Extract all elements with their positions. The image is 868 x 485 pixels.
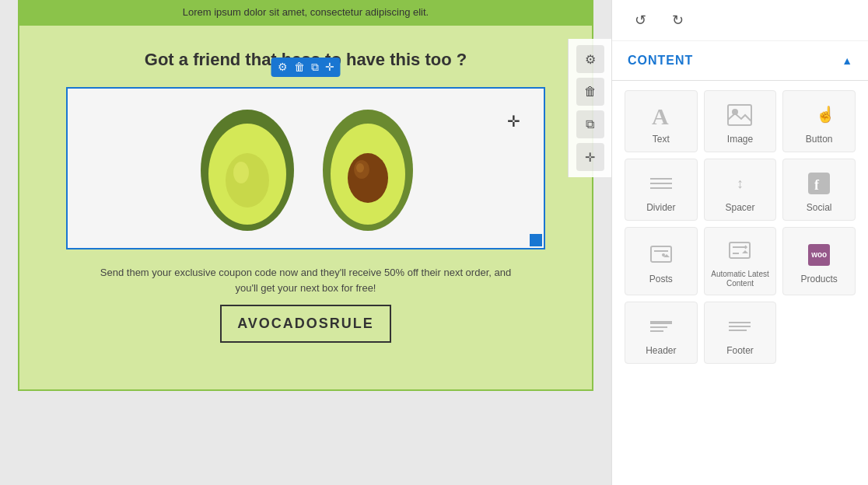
redo-button[interactable]: ↻ [665,8,690,33]
products-label: Products [800,274,837,284]
footer-label: Footer [726,345,754,356]
content-item-alc[interactable]: Automatic Latest Content [704,227,777,295]
content-grid: A Text Image ☝ Button [612,81,868,373]
spacer-block-icon: ↕ [737,169,744,197]
svg-point-2 [226,153,269,208]
svg-point-6 [348,153,388,203]
content-item-posts[interactable]: Posts [625,227,698,295]
image-block-icon [727,101,752,129]
content-item-spacer[interactable]: ↕ Spacer [704,159,777,221]
top-bar-text: Lorem ipsum dolor sit amet, consectetur … [183,6,429,18]
products-block-icon: woo [808,241,830,269]
content-item-social[interactable]: f Social [782,159,856,221]
social-label: Social [807,202,832,213]
content-item-image[interactable]: Image [704,90,777,152]
svg-rect-15 [651,246,671,262]
duplicate-toolbar-btn[interactable]: ⧉ [576,110,604,138]
svg-point-3 [233,162,249,183]
svg-text:A: A [652,103,669,129]
undo-button[interactable]: ↺ [628,8,653,33]
delete-toolbar-btn[interactable]: 🗑 [576,78,604,106]
content-item-header[interactable]: Header [625,302,698,364]
button-label: Button [806,134,833,145]
divider-label: Divider [646,202,675,213]
header-label: Header [646,345,676,356]
email-wrapper: Lorem ipsum dolor sit amet, consectetur … [18,0,593,391]
footer-block-icon [729,312,751,340]
svg-rect-18 [730,242,750,258]
settings-icon[interactable]: ⚙ [278,61,288,73]
spacer-label: Spacer [725,202,754,213]
canvas-area: Lorem ipsum dolor sit amet, consectetur … [0,0,611,485]
resize-handle[interactable] [530,234,542,246]
svg-text:f: f [814,177,820,193]
social-block-icon: f [808,169,830,197]
svg-rect-10 [728,105,751,125]
email-content-block: Got a friend that hass to have this too … [18,24,593,391]
duplicate-icon[interactable]: ⧉ [311,61,319,74]
avocado-right [317,104,418,232]
float-toolbar: ⚙ 🗑 ⧉ ✛ [568,39,611,177]
email-top-bar: Lorem ipsum dolor sit amet, consectetur … [18,0,593,24]
right-panel: ↺ ↻ CONTENT ▲ A Text Image [611,0,868,485]
text-block-icon: A [649,101,673,129]
block-toolbar: ⚙ 🗑 ⧉ ✛ [271,58,341,77]
avocado-left [193,104,302,232]
image-block[interactable]: ✛ [66,87,545,249]
panel-collapse-button[interactable]: ▲ [842,54,852,67]
undo-redo-row: ↺ ↻ [612,0,868,41]
header-block-icon [650,312,672,340]
move-icon[interactable]: ✛ [325,61,334,73]
panel-title: CONTENT [628,54,693,68]
move-toolbar-btn[interactable]: ✛ [576,143,604,171]
svg-point-17 [662,253,665,256]
email-paragraph: Send them your exclusive coupon code now… [97,265,514,298]
coupon-button[interactable]: AVOCADOSRULE [220,305,391,343]
email-text-block: Send them your exclusive coupon code now… [66,249,545,375]
content-item-products[interactable]: woo Products [782,227,856,295]
image-label: Image [727,134,753,145]
avocado-illustration [177,89,434,248]
plus-cursor: ✛ [507,112,520,131]
content-item-button[interactable]: ☝ Button [782,90,856,152]
divider-block-icon [650,169,672,197]
content-item-text[interactable]: A Text [625,90,698,152]
posts-label: Posts [649,274,673,284]
button-block-icon: ☝ [807,101,831,129]
svg-rect-13 [808,173,830,194]
text-label: Text [653,134,670,145]
settings-toolbar-btn[interactable]: ⚙ [576,45,604,73]
posts-block-icon [649,241,673,269]
content-item-footer[interactable]: Footer [704,302,777,364]
delete-icon[interactable]: 🗑 [294,61,305,73]
right-panel-header: CONTENT ▲ [612,41,868,81]
alc-label: Automatic Latest Content [711,270,770,288]
alc-block-icon [728,237,751,265]
svg-point-8 [356,163,364,173]
svg-text:☝: ☝ [816,105,831,124]
content-item-divider[interactable]: Divider [625,159,698,221]
